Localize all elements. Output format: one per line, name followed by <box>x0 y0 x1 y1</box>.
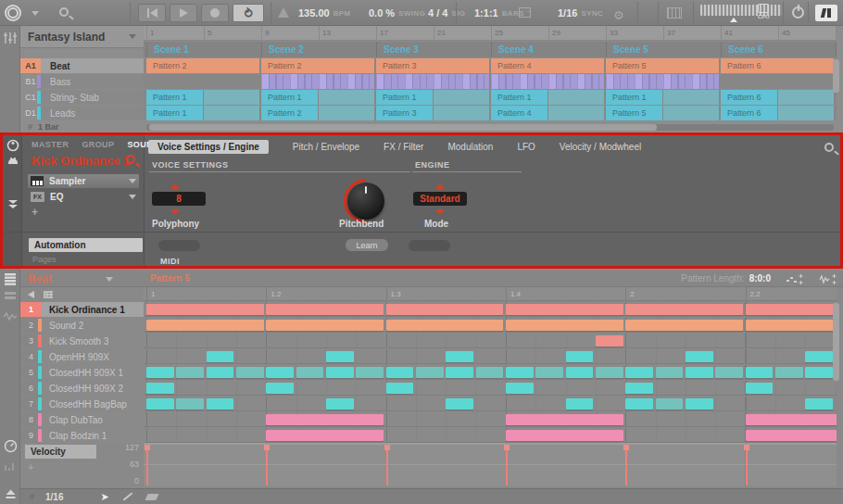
swing-value[interactable]: 0.0 % <box>369 7 395 19</box>
polyphony-increment-icon[interactable] <box>170 183 180 189</box>
level-tab-group[interactable]: GROUP <box>82 140 114 149</box>
note[interactable] <box>596 335 623 346</box>
note[interactable] <box>386 367 414 378</box>
note-lane[interactable] <box>144 349 837 364</box>
note[interactable] <box>506 367 534 378</box>
pattern-repeat-block[interactable] <box>434 90 489 105</box>
header-dropdown-icon[interactable] <box>31 11 39 16</box>
arranger-hscrollbar[interactable] <box>146 124 834 131</box>
automation-button[interactable]: Automation <box>29 238 143 252</box>
follow-playhead-icon[interactable] <box>519 7 531 18</box>
mode-value[interactable]: Standard <box>413 192 467 206</box>
note[interactable] <box>386 304 504 315</box>
page-tab[interactable]: FX / Filter <box>384 142 423 152</box>
track-row[interactable]: 5ClosedHH 909X 1 <box>20 365 144 380</box>
arranger-bar-ruler[interactable]: 15913172125293337414549 <box>144 26 837 41</box>
step-grid-value[interactable]: 1/16 <box>45 492 63 502</box>
pattern-block[interactable]: Pattern 3 <box>376 58 489 73</box>
pattern-block[interactable]: Pattern 4 <box>491 106 547 120</box>
expand-panel-icon[interactable] <box>3 198 23 209</box>
note[interactable] <box>625 398 653 410</box>
signature-field[interactable]: 4 / 4 SIG <box>428 0 465 26</box>
note[interactable] <box>715 367 743 378</box>
note[interactable] <box>506 430 623 441</box>
sample-view-icon[interactable] <box>0 291 20 301</box>
note-lane[interactable] <box>144 397 837 411</box>
position-value[interactable]: 1:1:1 <box>474 7 498 19</box>
arranger-vscrollbar[interactable] <box>833 57 839 119</box>
mode-down-icon[interactable] <box>435 209 445 215</box>
track-row[interactable]: 4OpenHH 909X <box>20 349 144 364</box>
pattern-repeat-block[interactable] <box>319 106 374 120</box>
position-field[interactable]: 1:1:1 BARS <box>474 0 524 26</box>
note-lane[interactable] <box>144 428 837 443</box>
pattern-repeat-block[interactable] <box>548 90 604 105</box>
note[interactable] <box>686 367 713 378</box>
note[interactable] <box>326 398 354 410</box>
note[interactable] <box>296 367 324 378</box>
pattern-block[interactable]: Pattern 3 <box>376 106 433 120</box>
note[interactable] <box>746 320 837 331</box>
pattern-block[interactable]: Pattern 6 <box>721 106 777 120</box>
note[interactable] <box>176 367 204 378</box>
audition-speaker-icon[interactable] <box>28 291 34 298</box>
page-tab[interactable]: LFO <box>517 142 535 152</box>
midi-slot-2[interactable] <box>409 240 450 251</box>
note[interactable] <box>446 351 473 362</box>
sync-field[interactable]: 1/16 SYNC <box>558 0 603 26</box>
note[interactable] <box>746 430 837 441</box>
note-grid[interactable] <box>144 302 837 443</box>
scene-header[interactable]: Scene 6 <box>721 42 836 57</box>
param-search-icon[interactable] <box>824 143 834 152</box>
note[interactable] <box>176 398 204 410</box>
note[interactable] <box>746 304 837 315</box>
note[interactable] <box>207 398 234 410</box>
control-knob-icon[interactable] <box>3 139 23 152</box>
note[interactable] <box>446 398 473 410</box>
sync-value[interactable]: 1/16 <box>558 7 577 19</box>
pattern-block[interactable]: Pattern 1 <box>146 90 203 105</box>
note[interactable] <box>625 304 743 315</box>
metronome-icon[interactable] <box>278 7 289 18</box>
note[interactable] <box>805 398 833 410</box>
pattern-repeat-block[interactable] <box>778 106 834 120</box>
note[interactable] <box>746 414 837 425</box>
pattern-block[interactable]: Pattern 5 <box>606 106 662 120</box>
arranger-view-icon[interactable] <box>0 32 20 44</box>
note[interactable] <box>266 367 294 378</box>
erase-tool-icon[interactable] <box>145 494 158 500</box>
pattern-repeat-block[interactable] <box>778 90 834 105</box>
note[interactable] <box>207 367 234 378</box>
note[interactable] <box>506 320 623 331</box>
pattern-block[interactable]: Pattern 1 <box>376 90 433 105</box>
sound-search-icon[interactable] <box>126 155 135 164</box>
page-tab[interactable]: Voice Settings / Engine <box>148 140 269 154</box>
project-selector[interactable]: Fantasy Island <box>20 26 144 48</box>
scene-header[interactable]: Scene 1 <box>146 42 261 57</box>
note[interactable] <box>266 383 294 394</box>
note[interactable] <box>566 367 594 378</box>
note[interactable] <box>535 367 563 378</box>
note[interactable] <box>506 304 623 315</box>
note[interactable] <box>686 351 713 362</box>
note[interactable] <box>775 367 803 378</box>
note[interactable] <box>266 320 384 331</box>
note[interactable] <box>566 351 594 362</box>
velocity-stem[interactable] <box>506 447 508 485</box>
note[interactable] <box>146 398 174 410</box>
note[interactable] <box>686 398 713 410</box>
scene-header[interactable]: Scene 4 <box>491 42 606 57</box>
track-row[interactable]: 8Clap DubTao <box>20 412 144 427</box>
signature-value[interactable]: 4 / 4 <box>428 7 447 19</box>
learn-button[interactable]: Learn <box>346 239 388 251</box>
note[interactable] <box>506 383 534 394</box>
pattern-repeat-block[interactable] <box>548 106 604 120</box>
pattern-block[interactable]: Pattern 2 <box>146 58 259 73</box>
pattern-block[interactable]: Pattern 1 <box>261 90 318 105</box>
pattern-block[interactable]: Pattern 5 <box>606 58 719 73</box>
project-dropdown-icon[interactable] <box>129 34 136 39</box>
note[interactable] <box>356 367 384 378</box>
note[interactable] <box>146 383 174 394</box>
note[interactable] <box>236 367 264 378</box>
search-icon[interactable] <box>59 7 69 17</box>
